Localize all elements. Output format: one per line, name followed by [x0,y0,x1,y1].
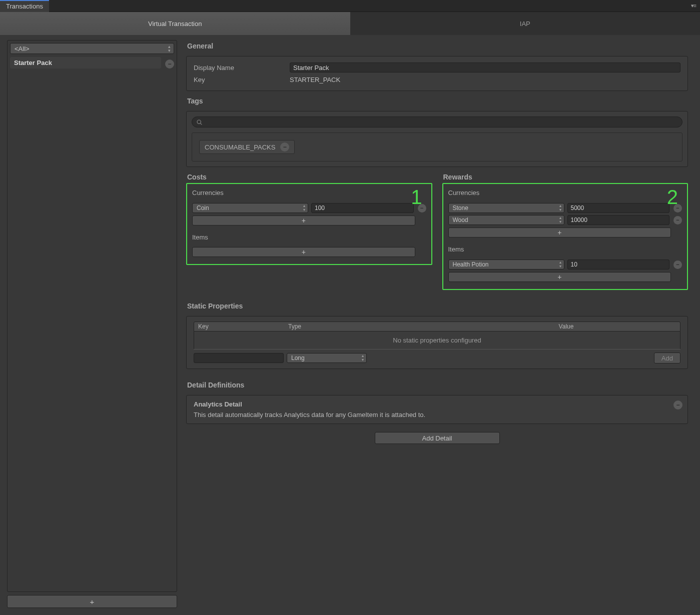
list-item-starter-pack[interactable]: Starter Pack [10,57,161,68]
remove-tag-button[interactable]: − [280,142,289,152]
static-props-header: Key Type Value [194,322,680,332]
tags-panel: CONSUMABLE_PACKS − [186,111,688,167]
subtab-bar: Virtual Transaction IAP [0,12,700,35]
tab-virtual-transaction[interactable]: Virtual Transaction [0,12,350,35]
reward-item-0-amount: 10 [571,261,577,268]
add-detail-button[interactable]: Add Detail [375,432,500,444]
sp-empty-message: No static properties configured [194,332,680,349]
add-reward-item-button[interactable]: + [448,272,671,282]
reward-item-dropdown-0[interactable]: Health Potion ▴▾ [448,260,564,270]
analytics-detail-title: Analytics Detail [194,400,680,408]
tag-chip-label: CONSUMABLE_PACKS [205,144,275,151]
tag-container: CONSUMABLE_PACKS − [192,132,682,162]
static-props-panel: Key Type Value No static properties conf… [186,316,688,369]
sp-type-dropdown[interactable]: Long ▴▾ [287,353,367,363]
titlebar: Transactions ▾≡ [0,0,700,12]
section-static-props-title: Static Properties [187,302,688,310]
section-rewards-title: Rewards [443,173,688,181]
reward-currency-1-amount-input[interactable]: 10000 [567,215,669,225]
key-value: STARTER_PACK [290,76,680,84]
remove-analytics-detail-button[interactable]: − [673,400,682,410]
tab-iap[interactable]: IAP [350,12,701,35]
display-name-label: Display Name [194,64,285,72]
sp-col-key: Key [194,323,284,330]
key-label: Key [194,76,285,84]
reward-currency-1-value: Wood [453,216,468,224]
section-tags-title: Tags [187,97,688,105]
reward-item-0-value: Health Potion [453,261,489,268]
display-name-input[interactable]: Starter Pack [290,62,680,72]
annotation-1: 1 [411,187,422,207]
analytics-detail-desc: This detail automatically tracks Analyti… [194,411,680,418]
svg-point-0 [197,120,201,124]
rewards-currencies-label: Currencies [448,189,682,196]
sp-col-type: Type [284,323,464,330]
reward-currency-0-amount-input[interactable]: 5000 [567,203,669,213]
rewards-items-label: Items [448,246,682,253]
chevron-updown-icon: ▴▾ [303,204,305,212]
list-item-label: Starter Pack [14,59,52,66]
sp-type-value: Long [291,354,305,362]
section-detail-defs-title: Detail Definitions [187,381,688,389]
reward-currency-dropdown-1[interactable]: Wood ▴▾ [448,215,564,225]
sp-col-value: Value [464,323,680,330]
add-detail-label: Add Detail [422,434,452,442]
reward-currency-1-amount: 10000 [571,216,587,224]
tab-virtual-transaction-label: Virtual Transaction [148,20,202,28]
remove-reward-item-0-button[interactable]: − [673,260,682,269]
section-costs-title: Costs [187,173,432,181]
filter-dropdown[interactable]: <All> ▴▾ [10,43,174,54]
reward-currency-dropdown-0[interactable]: Stone ▴▾ [448,203,564,213]
analytics-detail-panel: Analytics Detail This detail automatical… [186,395,688,424]
chevron-updown-icon: ▴▾ [559,260,561,268]
svg-line-1 [201,123,202,124]
main-panel: General Display Name Starter Pack Key ST… [186,40,693,608]
reward-item-0-amount-input[interactable]: 10 [567,260,669,270]
tab-iap-label: IAP [520,20,530,28]
chevron-updown-icon: ▴▾ [559,216,561,224]
reward-currency-0-value: Stone [453,204,468,212]
sp-add-button[interactable]: Add [654,352,680,364]
sp-key-input[interactable] [194,353,284,363]
add-cost-currency-button[interactable]: + [192,216,415,226]
remove-reward-currency-1-button[interactable]: − [673,216,682,224]
cost-currency-value: Coin [197,204,209,212]
annotation-2: 2 [667,187,678,207]
search-icon [196,119,203,126]
display-name-value: Starter Pack [293,64,329,72]
window-tab-transactions[interactable]: Transactions [0,0,49,12]
plus-icon: + [90,598,95,606]
add-transaction-button[interactable]: + [7,595,177,608]
context-menu-icon[interactable]: ▾≡ [687,0,700,12]
costs-currencies-label: Currencies [192,189,426,196]
general-panel: Display Name Starter Pack Key STARTER_PA… [186,56,688,91]
chevron-updown-icon: ▴▾ [362,354,364,362]
remove-item-button[interactable]: − [165,60,174,68]
sp-add-label: Add [661,354,673,362]
window-title: Transactions [6,2,43,10]
tags-search-input[interactable] [192,116,682,128]
tag-chip-consumable-packs: CONSUMABLE_PACKS − [199,140,295,154]
cost-currency-dropdown[interactable]: Coin ▴▾ [192,203,308,213]
sidebar: <All> ▴▾ Starter Pack − + [7,40,177,608]
costs-items-label: Items [192,234,426,241]
section-general-title: General [187,42,688,50]
chevron-updown-icon: ▴▾ [559,204,561,212]
add-reward-currency-button[interactable]: + [448,228,671,238]
rewards-panel: 2 Currencies Stone ▴▾ 5000 [442,183,688,290]
filter-dropdown-value: <All> [15,45,30,52]
cost-currency-amount-value: 100 [315,204,325,212]
add-cost-item-button[interactable]: + [192,247,415,257]
cost-currency-amount-input[interactable]: 100 [311,203,413,213]
reward-currency-0-amount: 5000 [571,204,584,212]
chevron-updown-icon: ▴▾ [168,44,171,52]
costs-panel: 1 Currencies Coin ▴▾ 100 [186,183,432,265]
